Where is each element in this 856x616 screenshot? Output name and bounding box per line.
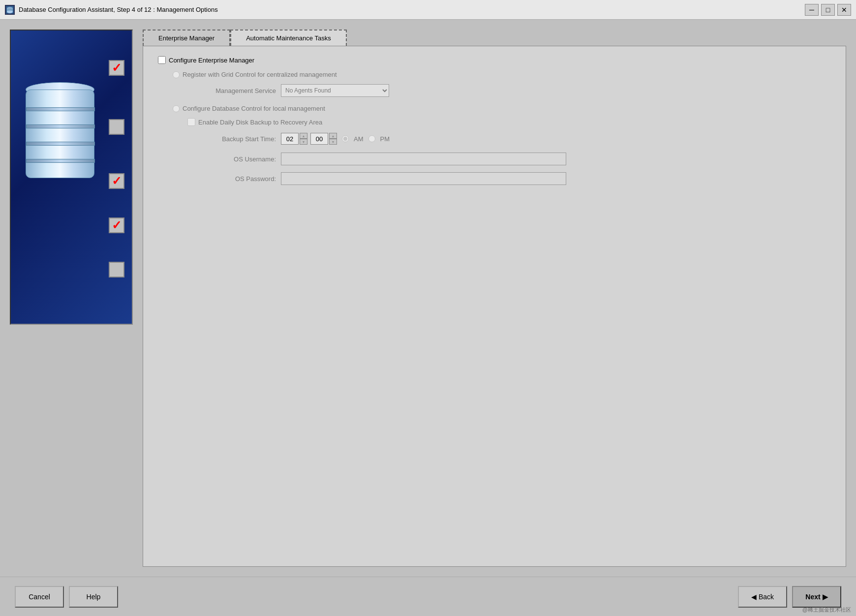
enable-backup-checkbox[interactable] xyxy=(187,118,195,126)
os-username-label: OS Username: xyxy=(197,155,276,163)
hour-up-button[interactable]: ▲ xyxy=(300,133,307,139)
register-grid-radio[interactable] xyxy=(173,71,180,78)
tab-automatic-maintenance[interactable]: Automatic Maintenance Tasks xyxy=(230,30,346,46)
content-panel: Configure Enterprise Manager Register wi… xyxy=(143,46,846,567)
main-area: Enterprise Manager Automatic Maintenance… xyxy=(0,20,856,577)
am-label: AM xyxy=(354,135,364,143)
management-service-row: Management Service No Agents Found xyxy=(197,84,831,97)
minimize-button[interactable]: ─ xyxy=(805,4,819,16)
minute-spinner: ▲ ▼ xyxy=(329,133,337,145)
step-check-3 xyxy=(109,173,124,189)
management-service-label: Management Service xyxy=(197,87,276,94)
watermark: @稀土掘金技术社区 xyxy=(802,606,851,614)
os-username-row: OS Username: xyxy=(197,153,831,165)
backup-start-time-row: Backup Start Time: ▲ ▼ ▲ ▼ AM xyxy=(197,133,831,145)
os-password-label: OS Password: xyxy=(197,175,276,183)
step-check-5 xyxy=(109,262,124,277)
bottom-bar: Cancel Help ◀ Back Next ▶ xyxy=(0,577,856,616)
left-panel xyxy=(10,30,133,325)
tab-container: Enterprise Manager Automatic Maintenance… xyxy=(143,30,846,46)
os-username-input[interactable] xyxy=(281,153,566,165)
configure-em-checkbox[interactable] xyxy=(158,56,166,64)
help-button[interactable]: Help xyxy=(69,586,118,608)
window-title: Database Configuration Assistant, Step 4… xyxy=(19,6,218,13)
management-service-dropdown[interactable]: No Agents Found xyxy=(281,84,389,97)
step-check-4 xyxy=(109,217,124,233)
back-button[interactable]: ◀ Back xyxy=(738,586,787,608)
back-arrow-icon: ◀ xyxy=(751,593,757,601)
hour-spinner: ▲ ▼ xyxy=(300,133,307,145)
backup-hour-input[interactable] xyxy=(281,133,299,145)
step-check-1 xyxy=(109,60,124,76)
backup-start-time-label: Backup Start Time: xyxy=(197,135,276,143)
os-password-input[interactable] xyxy=(281,172,566,185)
title-bar: Database Configuration Assistant, Step 4… xyxy=(0,0,856,20)
svg-point-3 xyxy=(7,10,13,13)
ampm-group: AM PM xyxy=(342,135,390,143)
am-radio[interactable] xyxy=(342,135,349,142)
next-arrow-icon: ▶ xyxy=(823,593,828,601)
time-group: ▲ ▼ ▲ ▼ AM PM xyxy=(281,133,390,145)
bottom-left: Cancel Help xyxy=(15,586,118,608)
register-grid-row: Register with Grid Control for centraliz… xyxy=(173,71,831,78)
right-panel: Enterprise Manager Automatic Maintenance… xyxy=(143,30,846,567)
close-button[interactable]: ✕ xyxy=(837,4,851,16)
maximize-button[interactable]: □ xyxy=(821,4,835,16)
bottom-right: ◀ Back Next ▶ xyxy=(738,586,841,608)
enable-backup-row: Enable Daily Disk Backup to Recovery Are… xyxy=(187,118,831,126)
cancel-button[interactable]: Cancel xyxy=(15,586,64,608)
step-check-2 xyxy=(109,119,124,135)
title-bar-left: Database Configuration Assistant, Step 4… xyxy=(5,5,218,15)
configure-db-control-row: Configure Database Control for local man… xyxy=(173,105,831,112)
minute-down-button[interactable]: ▼ xyxy=(329,139,337,145)
backup-minute-input[interactable] xyxy=(310,133,328,145)
database-illustration xyxy=(26,80,104,188)
configure-em-label[interactable]: Configure Enterprise Manager xyxy=(169,57,254,64)
tab-enterprise-manager[interactable]: Enterprise Manager xyxy=(143,30,230,46)
os-password-row: OS Password: xyxy=(197,172,831,185)
enable-backup-label: Enable Daily Disk Backup to Recovery Are… xyxy=(198,119,322,126)
hour-down-button[interactable]: ▼ xyxy=(300,139,307,145)
configure-db-control-radio[interactable] xyxy=(173,105,180,112)
title-bar-controls: ─ □ ✕ xyxy=(805,4,851,16)
next-button[interactable]: Next ▶ xyxy=(792,586,841,608)
register-grid-label: Register with Grid Control for centraliz… xyxy=(183,71,337,78)
configure-db-control-label: Configure Database Control for local man… xyxy=(183,105,325,112)
app-icon xyxy=(5,5,15,15)
pm-label: PM xyxy=(380,135,390,143)
pm-radio[interactable] xyxy=(368,135,375,142)
minute-up-button[interactable]: ▲ xyxy=(329,133,337,139)
configure-em-row: Configure Enterprise Manager xyxy=(158,56,831,64)
